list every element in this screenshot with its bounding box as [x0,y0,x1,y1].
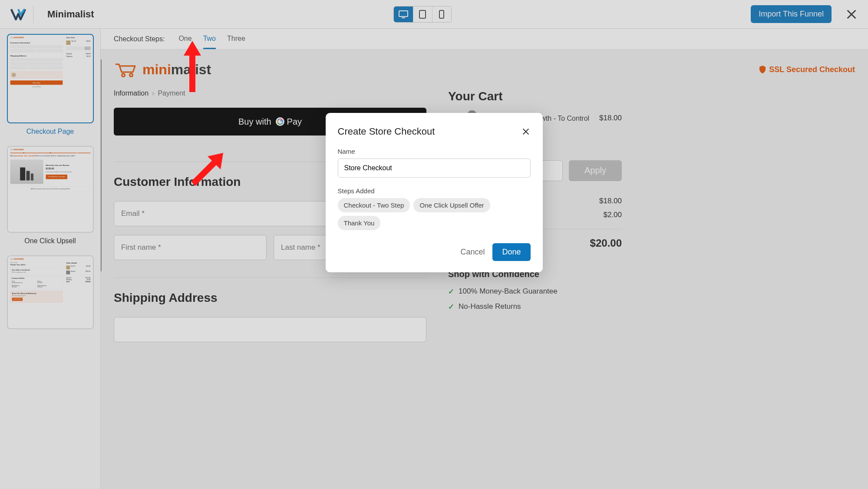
shield-icon [759,65,766,74]
brand-row: minimalist SSL Secured Checkout [101,50,868,89]
device-desktop-button[interactable] [394,7,413,22]
cart-icon [114,61,138,78]
modal-title: Create Store Checkout [338,126,435,137]
cart-title: Your Cart [448,89,622,103]
device-tablet-button[interactable] [413,7,432,22]
first-name-field[interactable] [114,235,267,260]
svg-rect-2 [439,10,444,18]
top-bar: Minimalist Import This Funnel [0,0,868,29]
modal-wrapper: Create Store Checkout Name Steps Added C… [326,113,543,272]
steps-added-label: Steps Added [338,187,531,195]
step-tab-one[interactable]: One [178,35,191,49]
thumbnail-sidebar: 🛒 minimalist Customer Information Shippi… [0,29,101,489]
device-toggle [393,6,452,23]
thumb-label: One Click Upsell [6,237,94,245]
create-checkout-modal: Create Store Checkout Name Steps Added C… [326,113,543,272]
check-icon: ✓ [448,287,454,296]
device-mobile-button[interactable] [432,7,451,22]
name-label: Name [338,148,531,155]
breadcrumb-information[interactable]: Information [114,89,149,97]
thumb-label: Checkout Page [6,128,94,135]
step-chip: One Click Upsell Offer [413,198,490,212]
thumb-upsell[interactable]: 🛒 minimalist Wait {{customer_first_name}… [7,146,94,233]
cancel-button[interactable]: Cancel [460,248,485,257]
app-title: Minimalist [47,9,94,20]
thumb-checkout-page[interactable]: 🛒 minimalist Customer Information Shippi… [7,34,94,123]
store-brand: minimalist [114,61,211,78]
step-chip: Checkout - Two Step [338,198,410,212]
logo-icon [10,8,26,20]
steps-chips: Checkout - Two Step One Click Upsell Off… [338,198,531,230]
shop-with-confidence: Shop with Confidence ✓ 100% Money-Back G… [448,269,622,311]
step-tab-three[interactable]: Three [227,35,245,49]
divider [114,278,426,278]
checkout-name-input[interactable] [338,159,531,178]
done-button[interactable]: Done [492,243,530,261]
apply-coupon-button[interactable]: Apply [569,160,622,181]
thumb-thankyou[interactable]: 🛒 minimalist Order #1234 Thank You John!… [7,255,94,329]
svg-point-4 [130,74,133,77]
steps-label: Checkout Steps: [114,35,165,49]
svg-rect-0 [399,11,408,17]
step-tab-two[interactable]: Two [203,35,216,49]
scrollbar-thumb[interactable] [101,59,102,272]
product-price: $18.00 [599,114,622,150]
app-logo [10,6,33,23]
svg-point-3 [122,74,125,77]
confidence-item: ✓ 100% Money-Back Guarantee [448,287,622,296]
shipping-field[interactable] [114,317,426,342]
chevron-right-icon: › [152,89,154,97]
breadcrumb: Information › Payment [114,89,426,97]
shipping-title: Shipping Address [114,291,426,305]
import-funnel-button[interactable]: Import This Funnel [751,5,832,23]
svg-rect-1 [419,10,426,18]
check-icon: ✓ [448,302,454,311]
close-icon[interactable] [845,8,858,20]
step-chip: Thank You [338,216,381,230]
breadcrumb-payment: Payment [158,89,185,97]
checkout-steps-tabs: Checkout Steps: One Two Three [101,29,868,50]
brand-name: minimalist [142,62,211,78]
confidence-item: ✓ No-Hassle Returns [448,302,622,311]
ssl-badge: SSL Secured Checkout [759,65,855,74]
modal-close-icon[interactable] [521,127,531,136]
gpay-icon [275,116,285,127]
